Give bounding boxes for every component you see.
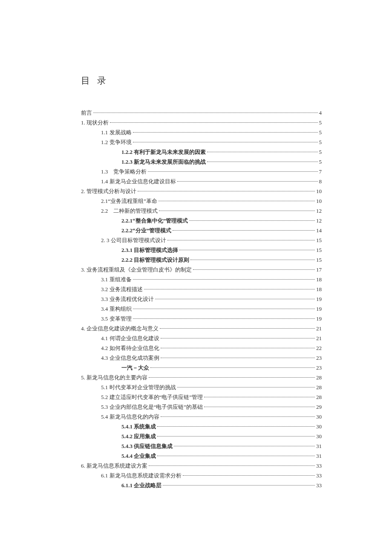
toc-dot-leader <box>110 122 318 123</box>
toc-entry-label: 2.3.1 目标管理模式选择 <box>121 245 178 255</box>
toc-dot-leader <box>190 260 315 260</box>
toc-dot-leader <box>193 269 315 270</box>
toc-dot-leader <box>160 328 315 329</box>
toc-entry: 2. 管理模式分析与设计10 <box>81 186 322 196</box>
toc-entry-label: 2.2.2 目标管理模式设计原则 <box>121 255 189 265</box>
toc-entry: 1.2 竞争环境5 <box>81 137 322 147</box>
toc-entry-label: 1. 现状分析 <box>81 118 109 127</box>
toc-entry-page: 12 <box>316 216 322 225</box>
toc-entry-page: 23 <box>316 363 322 373</box>
toc-entry-label: 一汽－大众 <box>121 363 149 373</box>
toc-entry-page: 21 <box>316 333 322 343</box>
toc-entry-page: 33 <box>316 471 322 480</box>
toc-dot-leader <box>207 152 317 152</box>
toc-entry-label: 1.2.3 新龙马未来发展所面临的挑战 <box>121 157 206 167</box>
toc-entry: 前言4 <box>81 108 322 118</box>
toc-entry-page: 5 <box>319 147 322 157</box>
toc-dot-leader <box>204 397 315 397</box>
toc-dot-leader <box>163 485 315 486</box>
toc-entry-page: 7 <box>319 167 322 176</box>
toc-entry: 2.2.1“整合集中化”管理模式 12 <box>81 216 322 225</box>
toc-entry-label: 5.4.2 应用集成 <box>121 431 156 441</box>
toc-entry-label: 2. 管理模式分析与设计 <box>81 186 136 196</box>
toc-entry-label: 2.2.2“分业”管理模式 <box>121 225 171 235</box>
toc-entry-page: 5 <box>319 157 322 167</box>
toc-dot-leader <box>133 318 315 319</box>
toc-entry: 4.1 何谓企业信息化建设21 <box>81 333 322 343</box>
toc-entry-label: 3. 业务流程重组及《企业管理白皮书》的制定 <box>81 265 192 275</box>
toc-entry: 3.1 重组准备18 <box>81 275 322 284</box>
toc-entry-label: 3.2 业务流程描述 <box>101 284 143 294</box>
toc-dot-leader <box>161 348 315 348</box>
toc-entry: 1.1 发展战略5 <box>81 127 322 137</box>
toc-entry-label: 6.1 新龙马信息系统建设需求分析 <box>101 471 182 480</box>
toc-entry-page: 5 <box>319 127 322 137</box>
table-of-contents: 前言41. 现状分析51.1 发展战略51.2 竞争环境51.2.2 有利于新龙… <box>81 108 322 490</box>
toc-entry-label: 3.3 业务流程优化设计 <box>101 294 154 304</box>
toc-entry-page: 33 <box>316 480 322 490</box>
toc-entry-page: 18 <box>316 275 322 284</box>
toc-entry-label: 2.2 二种新的管理模式 <box>101 206 158 216</box>
toc-entry-page: 8 <box>319 176 322 186</box>
toc-entry-label: 5.4.4 企业集成 <box>121 451 156 461</box>
toc-entry: 4.3 企业信息化成功案例23 <box>81 353 322 363</box>
toc-entry: 3.4 重构组织19 <box>81 304 322 314</box>
toc-entry: 5.4.1 系统集成 30 <box>81 422 322 431</box>
toc-dot-leader <box>149 465 315 466</box>
toc-entry-page: 19 <box>316 314 322 324</box>
toc-dot-leader <box>159 201 315 201</box>
toc-entry-page: 19 <box>316 304 322 314</box>
toc-dot-leader <box>161 358 315 358</box>
toc-entry: 2.2.2“分业”管理模式 14 <box>81 225 322 235</box>
toc-dot-leader <box>183 475 315 476</box>
toc-dot-leader <box>149 377 315 378</box>
toc-entry: 3.2 业务流程描述18 <box>81 284 322 294</box>
toc-dot-leader <box>207 162 317 162</box>
toc-dot-leader <box>133 279 315 280</box>
toc-entry-page: 5 <box>319 137 322 147</box>
toc-entry-page: 28 <box>316 392 322 402</box>
toc-entry: 5.4.3 供应链信息集成 31 <box>81 441 322 451</box>
toc-entry: 6. 新龙马信息系统建设方案33 <box>81 461 322 471</box>
toc-dot-leader <box>93 113 318 113</box>
toc-entry-label: 1.1 发展战略 <box>101 127 132 137</box>
toc-dot-leader <box>173 230 315 231</box>
toc-dot-leader <box>177 387 315 387</box>
toc-entry: 5.1 时代变革对企业管理的挑战28 <box>81 382 322 392</box>
toc-entry-label: 2.2.1“整合集中化”管理模式 <box>121 216 188 225</box>
toc-entry-label: 3.5 变革管理 <box>101 314 132 324</box>
toc-entry-label: 1.4 新龙马企业信息化建设目标 <box>101 176 176 186</box>
toc-dot-leader <box>189 220 315 221</box>
toc-entry-label: 4.1 何谓企业信息化建设 <box>101 333 159 343</box>
toc-title: 目 录 <box>81 75 322 87</box>
toc-dot-leader <box>174 446 315 446</box>
toc-entry-page: 23 <box>316 353 322 363</box>
toc-entry-page: 15 <box>316 245 322 255</box>
toc-entry-page: 12 <box>316 206 322 216</box>
toc-entry: 5.4.2 应用集成 30 <box>81 431 322 441</box>
toc-dot-leader <box>133 142 318 142</box>
toc-entry: 1.3 竞争策略分析7 <box>81 167 322 176</box>
toc-entry: 5.3 企业内部信息化是“电子供应链”的基础29 <box>81 402 322 412</box>
toc-entry: 2.2 二种新的管理模式12 <box>81 206 322 216</box>
toc-entry-page: 33 <box>316 461 322 471</box>
toc-entry-page: 4 <box>319 108 322 118</box>
toc-entry: 1.2.3 新龙马未来发展所面临的挑战 5 <box>81 157 322 167</box>
toc-entry-page: 22 <box>316 343 322 353</box>
toc-entry-label: 3.4 重构组织 <box>101 304 132 314</box>
toc-entry-label: 6.1.1 企业战略层 <box>121 480 161 490</box>
toc-entry-page: 15 <box>316 235 322 245</box>
toc-entry: 4.2 如何看待企业信息化22 <box>81 343 322 353</box>
toc-entry-label: 5.3 企业内部信息化是“电子供应链”的基础 <box>101 402 203 412</box>
toc-entry: 3. 业务流程重组及《企业管理白皮书》的制定17 <box>81 265 322 275</box>
toc-entry: 5.4 新龙马信息化的内容30 <box>81 412 322 422</box>
toc-entry: 2.3.1 目标管理模式选择 15 <box>81 245 322 255</box>
toc-entry: 3.5 变革管理19 <box>81 314 322 324</box>
toc-dot-leader <box>159 211 315 211</box>
toc-entry-label: 2. 3 公司目标管理模式设计 <box>101 235 166 245</box>
toc-dot-leader <box>177 181 318 182</box>
toc-entry-page: 10 <box>316 196 322 206</box>
toc-entry-label: 4.3 企业信息化成功案例 <box>101 353 159 363</box>
toc-entry-label: 3.1 重组准备 <box>101 275 132 284</box>
toc-entry: 1. 现状分析5 <box>81 118 322 127</box>
